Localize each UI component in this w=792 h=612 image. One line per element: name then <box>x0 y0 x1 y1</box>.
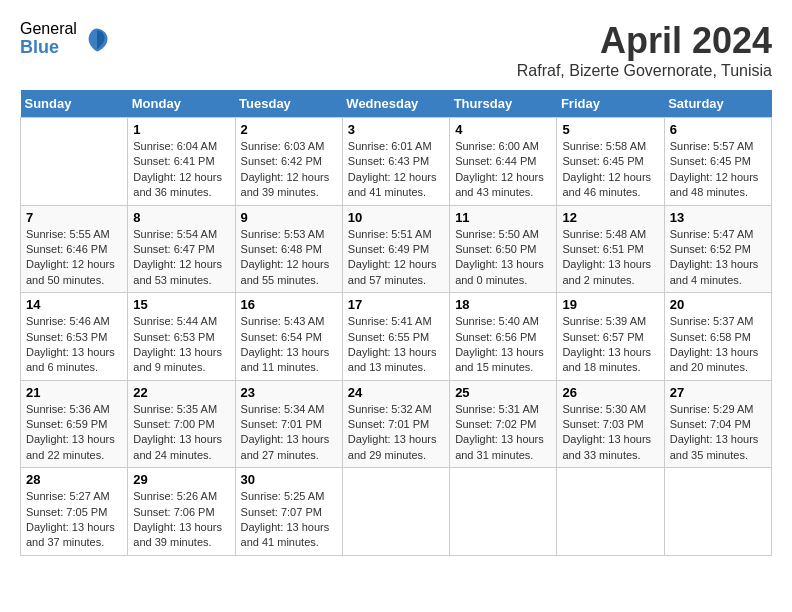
day-info: Sunset: 6:55 PM <box>348 330 444 345</box>
day-info: Daylight: 13 hours <box>133 520 229 535</box>
day-number: 22 <box>133 385 229 400</box>
day-number: 29 <box>133 472 229 487</box>
day-info: Sunrise: 5:27 AM <box>26 489 122 504</box>
day-info: Sunset: 6:45 PM <box>670 154 766 169</box>
day-info: and 2 minutes. <box>562 273 658 288</box>
day-info: Sunrise: 5:44 AM <box>133 314 229 329</box>
day-number: 4 <box>455 122 551 137</box>
day-number: 3 <box>348 122 444 137</box>
day-number: 14 <box>26 297 122 312</box>
day-info: and 0 minutes. <box>455 273 551 288</box>
day-info: Sunset: 6:48 PM <box>241 242 337 257</box>
day-info: Daylight: 13 hours <box>348 432 444 447</box>
day-info: Daylight: 13 hours <box>455 257 551 272</box>
day-info: and 27 minutes. <box>241 448 337 463</box>
calendar-cell: 21Sunrise: 5:36 AMSunset: 6:59 PMDayligh… <box>21 380 128 468</box>
day-info: Sunrise: 5:40 AM <box>455 314 551 329</box>
day-info: Daylight: 13 hours <box>241 520 337 535</box>
day-info: Sunrise: 5:43 AM <box>241 314 337 329</box>
day-info: Sunrise: 5:32 AM <box>348 402 444 417</box>
logo-blue: Blue <box>20 38 77 58</box>
calendar-week-row: 7Sunrise: 5:55 AMSunset: 6:46 PMDaylight… <box>21 205 772 293</box>
logo: General Blue <box>20 20 111 57</box>
day-info: Daylight: 13 hours <box>26 432 122 447</box>
day-info: and 36 minutes. <box>133 185 229 200</box>
day-info: and 35 minutes. <box>670 448 766 463</box>
day-info: Sunset: 6:44 PM <box>455 154 551 169</box>
day-info: and 41 minutes. <box>241 535 337 550</box>
header-day: Friday <box>557 90 664 118</box>
logo-general: General <box>20 20 77 38</box>
day-info: Sunset: 6:54 PM <box>241 330 337 345</box>
day-info: Sunset: 6:46 PM <box>26 242 122 257</box>
day-number: 21 <box>26 385 122 400</box>
header-day: Saturday <box>664 90 771 118</box>
day-number: 18 <box>455 297 551 312</box>
day-info: Sunset: 6:51 PM <box>562 242 658 257</box>
calendar-cell: 23Sunrise: 5:34 AMSunset: 7:01 PMDayligh… <box>235 380 342 468</box>
page-header: General Blue April 2024 Rafraf, Bizerte … <box>20 20 772 80</box>
day-info: Sunset: 7:00 PM <box>133 417 229 432</box>
day-info: Daylight: 13 hours <box>670 257 766 272</box>
day-info: Sunset: 6:43 PM <box>348 154 444 169</box>
day-info: Sunrise: 5:55 AM <box>26 227 122 242</box>
calendar-cell: 16Sunrise: 5:43 AMSunset: 6:54 PMDayligh… <box>235 293 342 381</box>
day-info: Sunrise: 5:53 AM <box>241 227 337 242</box>
day-number: 15 <box>133 297 229 312</box>
day-info: and 31 minutes. <box>455 448 551 463</box>
day-number: 20 <box>670 297 766 312</box>
day-info: Daylight: 13 hours <box>348 345 444 360</box>
calendar-cell: 10Sunrise: 5:51 AMSunset: 6:49 PMDayligh… <box>342 205 449 293</box>
day-number: 7 <box>26 210 122 225</box>
day-info: Sunrise: 5:41 AM <box>348 314 444 329</box>
day-info: Sunrise: 5:36 AM <box>26 402 122 417</box>
day-info: Sunset: 6:52 PM <box>670 242 766 257</box>
day-info: and 39 minutes. <box>241 185 337 200</box>
day-info: Sunrise: 6:00 AM <box>455 139 551 154</box>
day-number: 9 <box>241 210 337 225</box>
day-info: Daylight: 13 hours <box>26 345 122 360</box>
header-day: Monday <box>128 90 235 118</box>
day-info: Sunset: 7:07 PM <box>241 505 337 520</box>
day-info: Sunset: 7:05 PM <box>26 505 122 520</box>
calendar-cell: 26Sunrise: 5:30 AMSunset: 7:03 PMDayligh… <box>557 380 664 468</box>
day-number: 1 <box>133 122 229 137</box>
day-info: and 15 minutes. <box>455 360 551 375</box>
day-info: Sunset: 6:57 PM <box>562 330 658 345</box>
day-info: Sunset: 6:59 PM <box>26 417 122 432</box>
day-info: Sunset: 6:53 PM <box>26 330 122 345</box>
calendar-cell: 3Sunrise: 6:01 AMSunset: 6:43 PMDaylight… <box>342 118 449 206</box>
calendar-cell: 18Sunrise: 5:40 AMSunset: 6:56 PMDayligh… <box>450 293 557 381</box>
calendar-cell: 8Sunrise: 5:54 AMSunset: 6:47 PMDaylight… <box>128 205 235 293</box>
day-info: and 43 minutes. <box>455 185 551 200</box>
day-info: and 13 minutes. <box>348 360 444 375</box>
day-number: 8 <box>133 210 229 225</box>
day-info: and 20 minutes. <box>670 360 766 375</box>
subtitle: Rafraf, Bizerte Governorate, Tunisia <box>517 62 772 80</box>
day-number: 17 <box>348 297 444 312</box>
day-info: Sunrise: 5:29 AM <box>670 402 766 417</box>
day-info: Sunrise: 5:47 AM <box>670 227 766 242</box>
day-info: and 57 minutes. <box>348 273 444 288</box>
calendar-cell: 20Sunrise: 5:37 AMSunset: 6:58 PMDayligh… <box>664 293 771 381</box>
calendar-table: SundayMondayTuesdayWednesdayThursdayFrid… <box>20 90 772 556</box>
day-info: and 46 minutes. <box>562 185 658 200</box>
day-info: Sunset: 6:53 PM <box>133 330 229 345</box>
calendar-cell <box>21 118 128 206</box>
day-info: Sunset: 6:56 PM <box>455 330 551 345</box>
calendar-week-row: 1Sunrise: 6:04 AMSunset: 6:41 PMDaylight… <box>21 118 772 206</box>
day-info: Daylight: 12 hours <box>562 170 658 185</box>
day-info: Sunrise: 6:04 AM <box>133 139 229 154</box>
day-info: Sunset: 6:58 PM <box>670 330 766 345</box>
calendar-cell: 11Sunrise: 5:50 AMSunset: 6:50 PMDayligh… <box>450 205 557 293</box>
day-info: and 29 minutes. <box>348 448 444 463</box>
calendar-cell: 17Sunrise: 5:41 AMSunset: 6:55 PMDayligh… <box>342 293 449 381</box>
day-info: Daylight: 13 hours <box>670 345 766 360</box>
day-number: 19 <box>562 297 658 312</box>
day-info: Sunrise: 6:03 AM <box>241 139 337 154</box>
day-info: Daylight: 13 hours <box>670 432 766 447</box>
calendar-cell: 22Sunrise: 5:35 AMSunset: 7:00 PMDayligh… <box>128 380 235 468</box>
day-number: 23 <box>241 385 337 400</box>
day-info: Sunset: 7:01 PM <box>241 417 337 432</box>
day-info: Daylight: 13 hours <box>562 345 658 360</box>
